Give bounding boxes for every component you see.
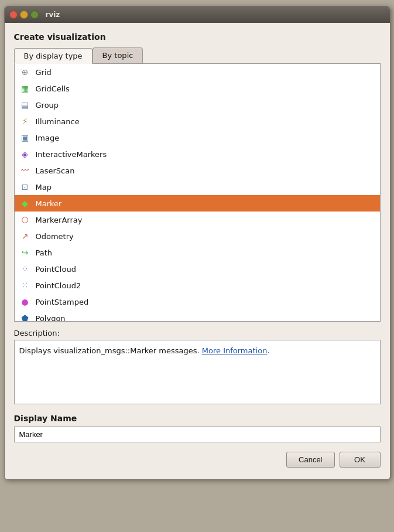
- pointstamped-icon: ●: [19, 296, 31, 308]
- description-suffix: .: [267, 346, 269, 355]
- odometry-label: Odometry: [36, 232, 74, 241]
- button-row: Cancel OK: [14, 452, 381, 470]
- cancel-button[interactable]: Cancel: [286, 452, 334, 468]
- list-item-odometry[interactable]: ↗ Odometry: [15, 228, 380, 244]
- illuminance-icon: ⚡: [19, 115, 31, 127]
- illuminance-label: Illuminance: [36, 117, 80, 126]
- list-item-laserscan[interactable]: 〰 LaserScan: [15, 162, 380, 179]
- list-item-pointstamped[interactable]: ● PointStamped: [15, 294, 380, 310]
- list-item-path[interactable]: ↪ Path: [15, 244, 380, 261]
- description-section: Description: Displays visualization_msgs…: [14, 329, 381, 404]
- markerarray-label: MarkerArray: [36, 216, 83, 224]
- pointcloud2-icon: ⁙: [19, 279, 31, 291]
- pointcloud-icon: ⁘: [19, 263, 31, 275]
- main-window: rviz Create visualization By display typ…: [4, 6, 390, 480]
- list-item-image[interactable]: ▣ Image: [15, 129, 380, 146]
- path-label: Path: [36, 248, 53, 257]
- tab-bar: By display type By topic: [14, 47, 381, 64]
- list-item-grid[interactable]: ⊕ Grid: [15, 64, 380, 80]
- list-item-markerarray[interactable]: ⬡ MarkerArray: [15, 212, 380, 228]
- ok-button[interactable]: OK: [340, 452, 381, 468]
- gridcells-icon: ▦: [19, 83, 31, 94]
- visualization-list[interactable]: ⊕ Grid ▦ GridCells ▤ Group ⚡ Illuminance…: [14, 64, 381, 322]
- close-button[interactable]: [9, 11, 18, 19]
- list-item-pointcloud[interactable]: ⁘ PointCloud: [15, 261, 380, 277]
- list-item-group[interactable]: ▤ Group: [15, 97, 380, 113]
- polygon-icon: ⬟: [19, 312, 31, 322]
- display-name-section: Display Name: [14, 414, 381, 442]
- image-icon: ▣: [19, 132, 31, 144]
- list-item-gridcells[interactable]: ▦ GridCells: [15, 80, 380, 97]
- dialog-title: Create visualization: [14, 32, 381, 42]
- laserscan-icon: 〰: [19, 165, 31, 176]
- image-label: Image: [36, 134, 60, 142]
- interactivemarkers-icon: ◈: [19, 148, 31, 160]
- list-item-pointcloud2[interactable]: ⁙ PointCloud2: [15, 277, 380, 294]
- polygon-label: Polygon: [36, 314, 66, 322]
- interactivemarkers-label: InteractiveMarkers: [36, 150, 107, 159]
- description-text: Displays visualization_msgs::Marker mess…: [19, 346, 202, 355]
- description-label: Description:: [14, 329, 381, 337]
- titlebar: rviz: [5, 6, 390, 23]
- map-icon: ⊡: [19, 181, 31, 193]
- more-information-link[interactable]: More Information: [202, 346, 268, 355]
- description-box: Displays visualization_msgs::Marker mess…: [14, 340, 381, 404]
- grid-icon: ⊕: [19, 66, 31, 78]
- list-item-interactivemarkers[interactable]: ◈ InteractiveMarkers: [15, 146, 380, 162]
- tab-by-topic[interactable]: By topic: [92, 47, 143, 63]
- gridcells-label: GridCells: [36, 84, 70, 93]
- maximize-button[interactable]: [30, 11, 39, 19]
- marker-label: Marker: [36, 199, 62, 208]
- display-name-input[interactable]: [14, 427, 381, 442]
- path-icon: ↪: [19, 247, 31, 258]
- list-item-map[interactable]: ⊡ Map: [15, 179, 380, 195]
- list-item-polygon[interactable]: ⬟ Polygon: [15, 310, 380, 322]
- group-icon: ▤: [19, 99, 31, 111]
- grid-label: Grid: [36, 68, 52, 77]
- minimize-button[interactable]: [20, 11, 28, 19]
- list-item-marker[interactable]: ◆ Marker: [15, 195, 380, 212]
- window-title: rviz: [46, 11, 60, 19]
- odometry-icon: ↗: [19, 230, 31, 242]
- pointcloud2-label: PointCloud2: [36, 281, 81, 290]
- markerarray-icon: ⬡: [19, 214, 31, 226]
- tab-by-display-type[interactable]: By display type: [14, 48, 92, 64]
- display-name-label: Display Name: [14, 414, 381, 423]
- map-label: Map: [36, 183, 52, 192]
- marker-icon: ◆: [19, 197, 31, 209]
- pointcloud-label: PointCloud: [36, 265, 76, 274]
- pointstamped-label: PointStamped: [36, 298, 89, 306]
- window-content: Create visualization By display type By …: [5, 23, 390, 479]
- list-item-illuminance[interactable]: ⚡ Illuminance: [15, 113, 380, 129]
- group-label: Group: [36, 101, 59, 110]
- window-controls: [9, 11, 39, 19]
- laserscan-label: LaserScan: [36, 166, 75, 175]
